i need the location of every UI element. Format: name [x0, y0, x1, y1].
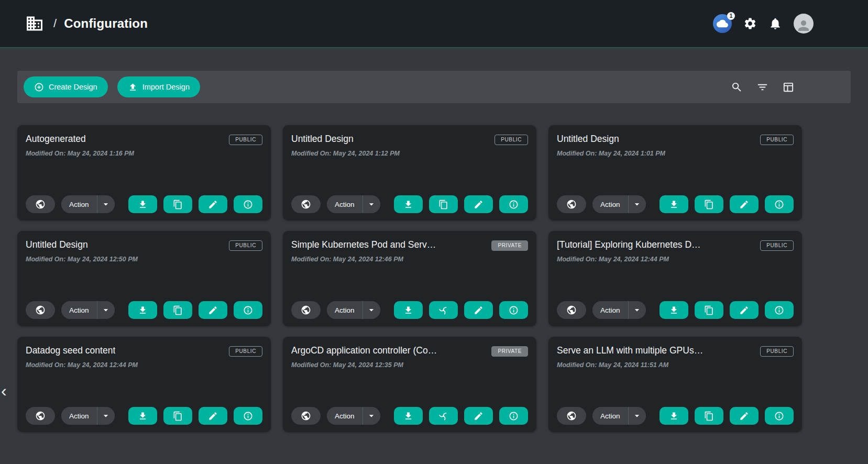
- visibility-globe-button[interactable]: [26, 301, 55, 319]
- design-card: Autogenerated PUBLIC Modified On: May 24…: [17, 125, 271, 220]
- info-button[interactable]: [234, 301, 262, 319]
- visibility-globe-button[interactable]: [291, 195, 321, 213]
- action-dropdown-caret[interactable]: [629, 301, 646, 319]
- visibility-globe-button[interactable]: [291, 407, 321, 425]
- copy-button[interactable]: [163, 407, 192, 425]
- card-action-bar: Action: [557, 301, 794, 319]
- edit-button[interactable]: [464, 195, 493, 213]
- action-split-button: Action: [592, 301, 646, 319]
- notifications-bell-icon[interactable]: [768, 17, 782, 30]
- action-dropdown-caret[interactable]: [97, 195, 115, 213]
- download-button[interactable]: [394, 407, 423, 425]
- app-header: / Configuration 1: [0, 0, 868, 48]
- copy-icon: [173, 305, 183, 315]
- action-split-button: Action: [592, 407, 646, 425]
- copy-button[interactable]: [695, 195, 723, 213]
- visibility-globe-button[interactable]: [557, 195, 586, 213]
- action-button[interactable]: Action: [592, 195, 629, 213]
- search-icon[interactable]: [731, 81, 743, 93]
- visibility-globe-button[interactable]: [26, 195, 55, 213]
- action-dropdown-caret[interactable]: [363, 301, 380, 319]
- info-button[interactable]: [234, 407, 262, 425]
- copy-button[interactable]: [695, 301, 723, 319]
- info-icon: [774, 200, 784, 209]
- cloud-icon: [717, 18, 728, 29]
- create-design-button[interactable]: Create Design: [24, 76, 108, 97]
- action-button[interactable]: Action: [327, 301, 363, 319]
- action-button[interactable]: Action: [61, 301, 97, 319]
- visibility-globe-button[interactable]: [557, 301, 586, 319]
- cloud-extension-button[interactable]: 1: [713, 14, 732, 33]
- action-split-button: Action: [327, 195, 380, 213]
- action-button[interactable]: Action: [592, 301, 629, 319]
- action-split-button: Action: [592, 195, 646, 213]
- action-button[interactable]: Action: [61, 407, 97, 425]
- copy-icon: [438, 200, 448, 209]
- edit-button[interactable]: [199, 301, 227, 319]
- user-avatar[interactable]: [794, 14, 814, 34]
- info-button[interactable]: [765, 407, 794, 425]
- download-icon: [403, 200, 413, 209]
- caret-down-icon: [101, 305, 111, 315]
- pencil-icon: [474, 200, 484, 209]
- card-header: ArgoCD application controller (Co… PRIVA…: [291, 345, 528, 357]
- caret-down-icon: [101, 199, 111, 209]
- filter-icon[interactable]: [756, 81, 768, 93]
- globe-icon: [301, 305, 311, 315]
- whirl-button[interactable]: [429, 301, 458, 319]
- action-dropdown-caret[interactable]: [97, 407, 115, 425]
- copy-button[interactable]: [695, 407, 723, 425]
- edit-button[interactable]: [464, 407, 493, 425]
- card-header: Untitled Design PUBLIC: [291, 134, 528, 145]
- copy-button[interactable]: [163, 301, 192, 319]
- action-dropdown-caret[interactable]: [629, 195, 646, 213]
- edit-button[interactable]: [730, 195, 759, 213]
- edit-button[interactable]: [199, 195, 227, 213]
- modified-date: Modified On: May 24, 2024 1:12 PM: [291, 150, 528, 157]
- copy-button[interactable]: [429, 195, 458, 213]
- info-button[interactable]: [765, 195, 794, 213]
- action-dropdown-caret[interactable]: [629, 407, 646, 425]
- table-view-icon[interactable]: [782, 81, 794, 93]
- visibility-globe-button[interactable]: [291, 301, 321, 319]
- action-dropdown-caret[interactable]: [363, 407, 380, 425]
- info-button[interactable]: [499, 301, 528, 319]
- import-design-button[interactable]: Import Design: [117, 76, 200, 97]
- download-button[interactable]: [660, 407, 688, 425]
- edit-button[interactable]: [464, 301, 493, 319]
- edit-button[interactable]: [730, 301, 759, 319]
- edit-button[interactable]: [199, 407, 227, 425]
- info-button[interactable]: [765, 301, 794, 319]
- download-button[interactable]: [660, 195, 688, 213]
- whirl-button[interactable]: [429, 407, 458, 425]
- action-button[interactable]: Action: [61, 195, 97, 213]
- download-button[interactable]: [128, 301, 157, 319]
- info-button[interactable]: [234, 195, 262, 213]
- visibility-globe-button[interactable]: [557, 407, 586, 425]
- card-action-bar: Action: [557, 407, 794, 425]
- building-icon[interactable]: [25, 14, 44, 33]
- action-dropdown-caret[interactable]: [97, 301, 115, 319]
- visibility-globe-button[interactable]: [26, 407, 55, 425]
- design-card: Untitled Design PUBLIC Modified On: May …: [283, 125, 536, 220]
- card-action-bar: Action: [291, 195, 528, 213]
- action-button[interactable]: Action: [327, 407, 363, 425]
- chevron-left-icon[interactable]: ‹: [1, 382, 7, 399]
- info-button[interactable]: [499, 407, 528, 425]
- design-title: Untitled Design: [26, 239, 88, 250]
- action-button[interactable]: Action: [592, 407, 629, 425]
- copy-button[interactable]: [163, 195, 192, 213]
- info-button[interactable]: [499, 195, 528, 213]
- card-header: Datadog seed content PUBLIC: [26, 345, 262, 357]
- download-button[interactable]: [660, 301, 688, 319]
- action-dropdown-caret[interactable]: [363, 195, 380, 213]
- person-icon: [796, 18, 811, 34]
- settings-gear-icon[interactable]: [743, 17, 757, 30]
- action-button[interactable]: Action: [327, 195, 363, 213]
- caret-down-icon: [366, 411, 377, 421]
- download-button[interactable]: [128, 407, 157, 425]
- edit-button[interactable]: [730, 407, 759, 425]
- download-button[interactable]: [394, 301, 423, 319]
- download-button[interactable]: [394, 195, 423, 213]
- download-button[interactable]: [128, 195, 157, 213]
